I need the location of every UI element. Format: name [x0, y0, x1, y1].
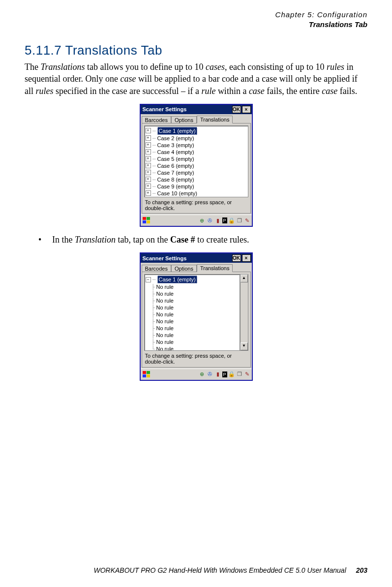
taskbar[interactable]: ⊕ ✇ ▮ P 🔒 ❐ ✎	[141, 369, 252, 380]
doc-icon[interactable]: ❐	[236, 217, 243, 224]
expand-icon[interactable]: +	[146, 163, 151, 168]
tree-label[interactable]: Case 1 (empty)	[157, 127, 197, 135]
close-button[interactable]: ×	[242, 106, 251, 113]
ok-button[interactable]: OK	[232, 254, 241, 262]
rule-label[interactable]: No rule	[156, 345, 174, 351]
expand-icon[interactable]: +	[146, 190, 151, 196]
tree-item[interactable]: ├No rule	[146, 311, 239, 318]
expand-icon[interactable]: +	[146, 184, 151, 189]
card-icon[interactable]: ▮	[214, 217, 221, 224]
titlebar[interactable]: Scanner Settings OK ×	[141, 105, 252, 114]
doc-icon[interactable]: ❐	[236, 371, 243, 378]
taskbar[interactable]: ⊕ ✇ ▮ P 🔒 ❐ ✎	[141, 215, 252, 226]
network-icon[interactable]: ✇	[207, 217, 213, 224]
tree-item[interactable]: ├No rule	[146, 297, 239, 304]
tree-label[interactable]: Case 9 (empty)	[157, 183, 194, 190]
tree-item[interactable]: +┄Case 3 (empty)	[146, 142, 247, 149]
tree-label[interactable]: Case 2 (empty)	[157, 135, 194, 142]
rule-label[interactable]: No rule	[156, 290, 174, 297]
tab-options[interactable]: Options	[171, 116, 197, 124]
svg-rect-0	[143, 217, 146, 220]
tree-item[interactable]: −┄Case 1 (empty)	[146, 276, 239, 283]
rule-label[interactable]: No rule	[156, 332, 174, 339]
ok-button[interactable]: OK	[232, 106, 241, 113]
case-tree[interactable]: +┄Case 1 (empty) +┄Case 2 (empty) +┄Case…	[144, 125, 248, 197]
globe-icon[interactable]: ⊕	[199, 371, 206, 378]
expand-icon[interactable]: +	[146, 170, 151, 175]
globe-icon[interactable]: ⊕	[199, 217, 206, 224]
rule-label[interactable]: No rule	[156, 297, 174, 304]
expand-icon[interactable]: +	[146, 135, 151, 141]
lock-icon[interactable]: 🔒	[228, 371, 235, 378]
tree-label[interactable]: Case 10 (empty)	[157, 190, 197, 197]
scrollbar[interactable]: ▲ ▼	[240, 274, 248, 351]
tree-item[interactable]: +┄Case 7 (empty)	[146, 169, 247, 176]
tree-connector: ├	[151, 325, 155, 332]
tree-item[interactable]: +┄Case 4 (empty)	[146, 149, 247, 155]
tree-item[interactable]: +┄Case 2 (empty)	[146, 135, 247, 142]
tree-label[interactable]: Case 3 (empty)	[157, 142, 194, 149]
tree-item[interactable]: ├No rule	[146, 339, 239, 345]
tree-label[interactable]: Case 1 (empty)	[157, 276, 197, 283]
tree-item[interactable]: ├No rule	[146, 332, 239, 339]
tree-item[interactable]: ├No rule	[146, 290, 239, 297]
tree-item[interactable]: └No rule	[146, 345, 239, 351]
tree-connector: ┄	[152, 155, 156, 162]
tree-label[interactable]: Case 8 (empty)	[157, 176, 194, 183]
collapse-icon[interactable]: −	[146, 277, 151, 282]
close-button[interactable]: ×	[242, 254, 251, 262]
scroll-up-button[interactable]: ▲	[241, 275, 248, 282]
expand-icon[interactable]: +	[146, 177, 151, 182]
tab-options[interactable]: Options	[171, 265, 197, 272]
system-tray[interactable]: ⊕ ✇ ▮ P 🔒 ❐ ✎	[199, 371, 251, 378]
svg-rect-4	[143, 371, 146, 374]
tree-item[interactable]: +┄Case 10 (empty)	[146, 190, 247, 197]
lock-icon[interactable]: 🔒	[228, 217, 235, 224]
tree-label[interactable]: Case 7 (empty)	[157, 169, 194, 176]
intro-paragraph: The Translations tab allows you to defin…	[25, 61, 367, 97]
tree-item[interactable]: ├No rule	[146, 325, 239, 332]
tab-barcodes[interactable]: Barcodes	[142, 116, 171, 124]
expand-icon[interactable]: +	[146, 156, 151, 161]
tree-label[interactable]: Case 5 (empty)	[157, 155, 194, 162]
tab-translations[interactable]: Translations	[197, 264, 233, 272]
start-icon[interactable]	[142, 216, 151, 225]
tab-barcodes[interactable]: Barcodes	[142, 265, 171, 272]
expand-icon[interactable]: +	[146, 128, 151, 133]
network-icon[interactable]: ✇	[207, 371, 213, 378]
device-icon[interactable]: P	[222, 217, 227, 223]
pen-icon[interactable]: ✎	[244, 371, 251, 378]
tree-item[interactable]: +┄Case 6 (empty)	[146, 162, 247, 169]
rule-label[interactable]: No rule	[156, 311, 174, 318]
rule-label[interactable]: No rule	[156, 325, 174, 332]
tree-label[interactable]: Case 4 (empty)	[157, 149, 194, 155]
expand-icon[interactable]: +	[146, 142, 151, 148]
expand-icon[interactable]: +	[146, 149, 151, 154]
tree-item[interactable]: ├No rule	[146, 318, 239, 325]
device-icon[interactable]: P	[222, 371, 227, 377]
rule-label[interactable]: No rule	[156, 283, 174, 290]
tree-label[interactable]: Case 6 (empty)	[157, 162, 194, 169]
tree-connector: ├	[151, 339, 155, 345]
tree-item[interactable]: +┄Case 5 (empty)	[146, 155, 247, 162]
tree-connector: ┄	[152, 176, 156, 183]
tab-translations[interactable]: Translations	[197, 116, 233, 124]
text-italic: case	[120, 74, 136, 84]
tab-strip: Barcodes Options Translations	[141, 114, 252, 123]
start-icon[interactable]	[142, 370, 151, 379]
rule-label[interactable]: No rule	[156, 339, 174, 345]
rule-label[interactable]: No rule	[156, 304, 174, 311]
card-icon[interactable]: ▮	[214, 371, 221, 378]
tree-item[interactable]: +┄Case 8 (empty)	[146, 176, 247, 183]
tree-item[interactable]: +┄Case 1 (empty)	[146, 127, 247, 135]
tree-item[interactable]: ├No rule	[146, 283, 239, 290]
system-tray[interactable]: ⊕ ✇ ▮ P 🔒 ❐ ✎	[199, 217, 251, 224]
tree-item[interactable]: ├No rule	[146, 304, 239, 311]
scroll-down-button[interactable]: ▼	[241, 342, 248, 350]
titlebar[interactable]: Scanner Settings OK ×	[141, 253, 252, 263]
tree-connector: ├	[151, 304, 155, 311]
pen-icon[interactable]: ✎	[244, 217, 251, 224]
case-tree-expanded[interactable]: −┄Case 1 (empty) ├No rule ├No rule ├No r…	[144, 274, 240, 351]
rule-label[interactable]: No rule	[156, 318, 174, 325]
tree-item[interactable]: +┄Case 9 (empty)	[146, 183, 247, 190]
